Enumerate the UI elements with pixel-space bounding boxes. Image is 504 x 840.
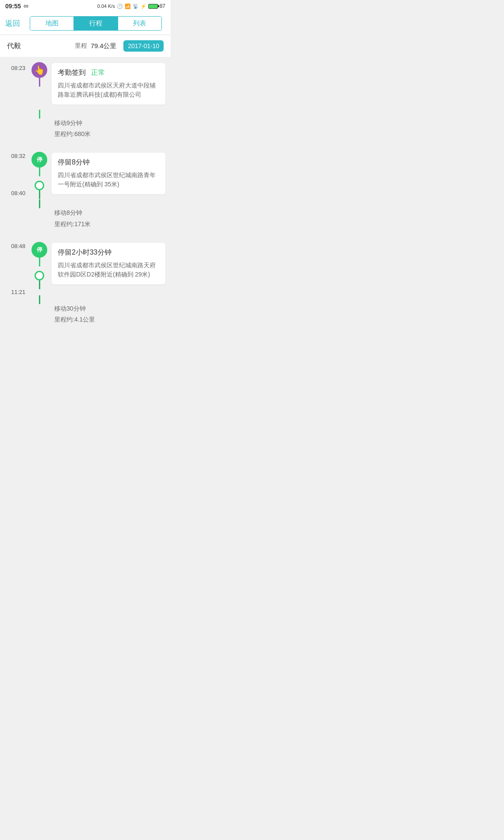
nav-bar: 返回 地图 行程 列表 (0, 12, 171, 35)
signal-icon: 📡 (133, 4, 139, 9)
stop2-card: 停留2小时33分钟 四川省成都市武侯区世纪城南路天府软件园D区D2楼附近(精确到… (52, 243, 165, 284)
stop2-end-dot (35, 271, 44, 280)
time-stop1-end: 08:40 (11, 190, 25, 196)
move3-card: 移动30分钟 里程约:4.1公里 (52, 299, 165, 329)
stop1-address: 四川省成都市武侯区世纪城南路青年一号附近(精确到 35米) (58, 171, 159, 189)
tab-trip[interactable]: 行程 (74, 17, 117, 30)
node-move1 (30, 110, 49, 119)
event-checkin: 08:23 👆 考勤签到 正常 四川省成都市武侯区天府大道中段辅路靠近腾讯科技(… (0, 58, 171, 110)
stop1-content: 停留8分钟 四川省成都市武侯区世纪城南路青年一号附近(精确到 35米) (49, 147, 171, 200)
back-button[interactable]: 返回 (5, 18, 26, 28)
infinity-icon: ∞ (24, 2, 28, 10)
move2-card: 移动8分钟 里程约:171米 (52, 203, 165, 234)
event-stop2: 08:48 11:21 停 停留2小时33分钟 四川省成都市武侯区世纪城南路天府… (0, 238, 171, 295)
trip-info-row: 代毅 里程 79.4公里 2017-01-10 (0, 35, 171, 57)
connector-after-stop1 (39, 190, 40, 199)
event-move3: 移动30分钟 里程约:4.1公里 (0, 295, 171, 333)
move2-content: 移动8分钟 里程约:171米 (49, 200, 171, 237)
move1-card: 移动9分钟 里程约:680米 (52, 113, 165, 144)
timeline: 08:23 👆 考勤签到 正常 四川省成都市武侯区天府大道中段辅路靠近腾讯科技(… (0, 58, 171, 342)
mileage-label: 里程 (75, 42, 87, 50)
stop2-circle: 停 (32, 242, 47, 258)
move1-distance: 里程约:680米 (54, 129, 165, 140)
tab-map[interactable]: 地图 (30, 17, 74, 30)
move2-distance: 里程约:171米 (54, 219, 165, 230)
checkin-address: 四川省成都市武侯区天府大道中段辅路靠近腾讯科技(成都)有限公司 (58, 81, 159, 99)
checkin-status: 正常 (91, 69, 105, 76)
battery-icon (148, 4, 158, 9)
event-move1: 移动9分钟 里程约:680米 (0, 110, 171, 147)
checkin-content: 考勤签到 正常 四川省成都市武侯区天府大道中段辅路靠近腾讯科技(成都)有限公司 (49, 58, 171, 110)
fingerprint-icon: 👆 (34, 65, 45, 75)
status-bar: 09:55 ∞ 0.04 K/s 🕐 📶 📡 ⚡ 87 (0, 0, 171, 12)
connector-stop1 (39, 168, 40, 176)
event-move2: 移动8分钟 里程约:171米 (0, 200, 171, 237)
connector-checkin-to-move1 (39, 78, 40, 87)
bolt-icon: ⚡ (140, 4, 147, 9)
checkin-title: 考勤签到 正常 (58, 68, 159, 77)
time-stop2-end: 11:21 (11, 289, 25, 295)
stop2-content: 停留2小时33分钟 四川省成都市武侯区世纪城南路天府软件园D区D2楼附近(精确到… (49, 238, 171, 290)
stop1-title: 停留8分钟 (58, 158, 159, 167)
connector-move2 (39, 200, 40, 208)
move3-content: 移动30分钟 里程约:4.1公里 (49, 295, 171, 333)
move1-content: 移动9分钟 里程约:680米 (49, 110, 171, 147)
trip-person-name: 代毅 (7, 42, 21, 51)
tab-list[interactable]: 列表 (118, 17, 161, 30)
node-stop1: 停 (30, 147, 49, 199)
stop2-address: 四川省成都市武侯区世纪城南路天府软件园D区D2楼附近(精确到 29米) (58, 261, 159, 279)
connector-stop2 (39, 258, 40, 266)
connector-after-stop2 (39, 280, 40, 289)
connector-move3 (39, 295, 40, 304)
wifi-icon: 📶 (125, 4, 131, 9)
stop2-title: 停留2小时33分钟 (58, 248, 159, 257)
checkin-node-circle: 👆 (32, 62, 47, 78)
tab-group: 地图 行程 列表 (30, 16, 162, 31)
move1-duration: 移动9分钟 (54, 118, 165, 129)
event-stop1: 08:32 08:40 停 停留8分钟 四川省成都市武侯区世纪城南路青年一号附近… (0, 147, 171, 200)
stop1-card: 停留8分钟 四川省成都市武侯区世纪城南路青年一号附近(精确到 35米) (52, 153, 165, 194)
node-move2 (30, 200, 49, 208)
node-checkin: 👆 (30, 58, 49, 87)
time-checkin: 08:23 (0, 58, 30, 71)
stop1-end-dot (35, 181, 44, 190)
checkin-card: 考勤签到 正常 四川省成都市武侯区天府大道中段辅路靠近腾讯科技(成都)有限公司 (52, 63, 165, 105)
trip-date: 2017-01-10 (123, 40, 164, 52)
move3-distance: 里程约:4.1公里 (54, 314, 165, 325)
battery-level: 87 (160, 3, 165, 9)
move3-duration: 移动30分钟 (54, 303, 165, 314)
time-stop1-start: 08:32 (11, 147, 25, 159)
time-stop2-start: 08:48 (11, 238, 25, 249)
move2-duration: 移动8分钟 (54, 207, 165, 218)
node-move3 (30, 295, 49, 304)
node-stop2: 停 (30, 238, 49, 289)
mileage-value: 79.4公里 (91, 42, 116, 50)
status-time: 09:55 (5, 3, 21, 10)
stop1-circle: 停 (32, 152, 47, 168)
clock-icon: 🕐 (117, 4, 123, 9)
speed-value: 0.04 K/s (97, 4, 115, 9)
connector-move1 (39, 110, 40, 119)
